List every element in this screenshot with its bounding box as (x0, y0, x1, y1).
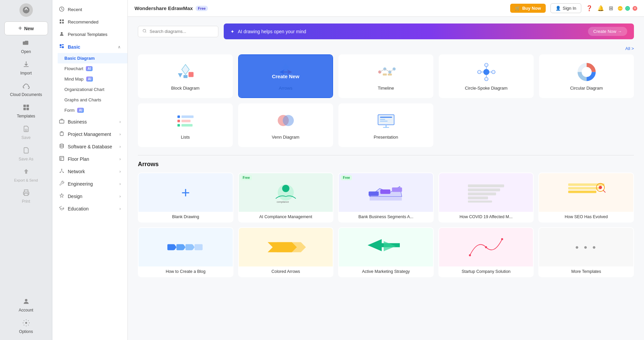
sidebar-section-engineering[interactable]: Engineering › (52, 178, 127, 190)
svg-point-41 (483, 69, 489, 75)
sidebar-item-import[interactable]: Import (4, 58, 48, 78)
sidebar-mid-recommended[interactable]: Recommended (52, 16, 127, 28)
sidebar-sub-orgchart[interactable]: Organizational Chart (58, 84, 127, 95)
window-controls: — □ ✕ (618, 6, 637, 11)
sidebar-section-education[interactable]: Education › (52, 202, 127, 215)
diagram-card-timeline[interactable]: Timeline (338, 54, 433, 98)
circle-spoke-icon (476, 62, 496, 82)
create-new-overlay[interactable]: Create New (239, 55, 332, 97)
marketing-thumb (339, 228, 433, 266)
search-input[interactable] (150, 29, 214, 34)
diagram-card-block[interactable]: Block Diagram (138, 54, 233, 98)
buy-now-button[interactable]: 🛒 Buy Now (510, 4, 546, 13)
folder-icon (22, 39, 30, 48)
maximize-button[interactable]: □ (625, 6, 630, 11)
close-button[interactable]: ✕ (633, 6, 637, 11)
template-seo[interactable]: How SEO Has Evolved (538, 173, 634, 223)
sidebar-sub-basic-diagram[interactable]: Basic Diagram (58, 53, 127, 63)
template-grid-2: How to Create a Blog Colored Arrows (138, 227, 634, 277)
sign-in-button[interactable]: 👤 Sign In (550, 3, 581, 13)
sidebar-section-basic[interactable]: Basic ∧ (52, 41, 127, 53)
sidebar-section-floor[interactable]: Floor Plan › (52, 153, 127, 165)
sidebar-section-network[interactable]: Network › (52, 165, 127, 178)
covid-label: How COVID 19 Affected M... (439, 212, 533, 222)
template-more[interactable]: • • • More Templates (538, 227, 634, 277)
help-icon[interactable]: ❓ (586, 5, 593, 11)
sidebar-mid-personal[interactable]: Personal Templates (52, 28, 127, 41)
chevron-right-software: › (119, 144, 121, 149)
template-company[interactable]: Startup Company Solution (438, 227, 534, 277)
sidebar-item-account[interactable]: Account (4, 295, 48, 315)
sidebar-item-print[interactable]: Print (4, 186, 48, 206)
create-new-label: Create New (272, 74, 300, 79)
ai-badge-mindmap: AI (86, 77, 93, 82)
svg-rect-10 (62, 19, 64, 21)
diagram-card-circular[interactable]: Circular Diagram (539, 54, 634, 98)
sidebar-sub-form[interactable]: Form AI (58, 105, 127, 115)
sidebar-item-export[interactable]: Export & Send (4, 165, 48, 185)
search-bar[interactable] (138, 26, 218, 37)
template-covid[interactable]: How COVID 19 Affected M... (438, 173, 534, 223)
svg-marker-90 (193, 244, 195, 250)
bank-thumb: Free (339, 173, 433, 212)
diagram-card-arrows[interactable]: Arrows Create New (238, 54, 333, 98)
svg-rect-63 (380, 121, 388, 122)
svg-rect-9 (60, 19, 61, 21)
sidebar-item-save[interactable]: Save (4, 123, 48, 143)
diagram-card-presentation[interactable]: Presentation (338, 103, 433, 147)
ai-star-icon: ✦ (230, 29, 234, 34)
chevron-right-network: › (119, 169, 121, 174)
svg-rect-85 (167, 244, 174, 250)
diagram-card-lists[interactable]: Lists (138, 103, 233, 147)
sidebar-mid: Recent Recommended Personal Templates Ba… (52, 0, 128, 340)
sidebar-section-software[interactable]: Software & Database › (52, 140, 127, 153)
colored-thumb (239, 228, 333, 266)
sidebar-section-design[interactable]: Design › (52, 190, 127, 202)
template-ai-compliance[interactable]: Free compliance AI Compliance Management (238, 173, 334, 223)
apps-icon[interactable]: ⊞ (609, 5, 613, 11)
chevron-right-project: › (119, 132, 121, 137)
divider (138, 155, 634, 155)
template-blog[interactable]: How to Create a Blog (138, 227, 233, 277)
templates-icon (22, 104, 30, 113)
sidebar-sub-graphs[interactable]: Graphs and Charts (58, 95, 127, 105)
template-blank[interactable]: + Blank Drawing (138, 173, 233, 223)
svg-rect-52 (177, 115, 180, 118)
create-now-button[interactable]: Create Now → (588, 27, 627, 36)
blog-label: How to Create a Blog (139, 266, 233, 277)
sidebar-section-business[interactable]: Business › (52, 115, 127, 128)
template-bank[interactable]: Free Bank Business Segments A... (338, 173, 434, 223)
bell-icon[interactable]: 🔔 (597, 5, 604, 11)
chevron-right-floor: › (119, 157, 121, 161)
svg-rect-40 (388, 74, 392, 76)
template-marketing[interactable]: Active Marketing Strategy (338, 227, 434, 277)
sidebar-mid-recent[interactable]: Recent (52, 3, 127, 16)
svg-rect-16 (60, 47, 61, 48)
svg-rect-91 (195, 244, 203, 250)
saveas-icon (22, 147, 30, 156)
svg-rect-20 (60, 156, 64, 160)
diagram-card-circle-spoke[interactable]: Circle-Spoke Diagram (439, 54, 534, 98)
sidebar-sub-mindmap[interactable]: Mind Map AI (58, 74, 127, 84)
sidebar-item-new[interactable]: + New (4, 21, 48, 35)
all-link[interactable]: All > (138, 46, 634, 51)
svg-rect-71 (369, 192, 379, 196)
chevron-right-business: › (119, 119, 121, 124)
plus-icon-large: + (181, 184, 190, 201)
sidebar-item-cloud[interactable]: Cloud Documents (4, 80, 48, 100)
sidebar-item-templates[interactable]: Templates (4, 101, 48, 121)
design-icon (59, 193, 64, 199)
minimize-button[interactable]: — (618, 6, 623, 11)
sidebar-item-options[interactable]: Options (4, 317, 48, 337)
sidebar-item-saveas[interactable]: Save As (4, 144, 48, 164)
template-colored[interactable]: Colored Arrows (238, 227, 334, 277)
sidebar-item-open[interactable]: Open (4, 37, 48, 57)
diagram-card-venn[interactable]: Venn Diagram (238, 103, 333, 147)
sidebar-section-project[interactable]: Project Management › (52, 128, 127, 140)
svg-rect-2 (26, 105, 29, 107)
sidebar-sub-flowchart[interactable]: Flowchart AI (58, 63, 127, 74)
template-grid: + Blank Drawing Free compliance AI Compl… (138, 173, 634, 223)
svg-point-13 (61, 32, 62, 34)
timeline-icon (376, 62, 396, 82)
account-icon (22, 298, 30, 307)
